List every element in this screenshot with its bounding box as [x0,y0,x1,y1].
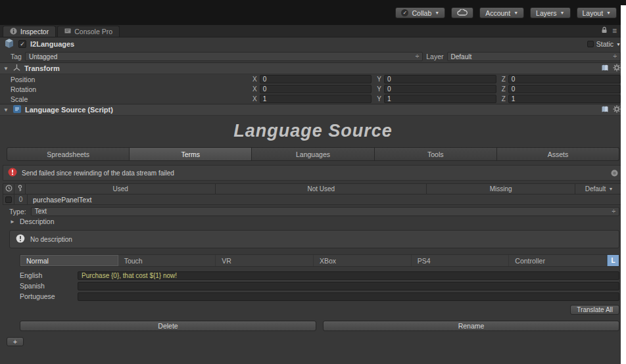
key-filter-button[interactable] [14,184,26,194]
gear-icon[interactable] [613,105,621,114]
layers-button[interactable]: Layers ▼ [530,7,570,18]
platform-tab-normal[interactable]: Normal [20,255,118,266]
tab-languages[interactable]: Languages [252,147,374,161]
inspector-panel: ✓ I2Languages Static ▼ Tag Untagged ÷ La… [0,37,626,364]
account-label: Account [485,9,510,17]
delete-button[interactable]: Delete [20,321,316,331]
english-text-field[interactable]: Purchase {0}, that cost ${1} now! [78,271,619,280]
type-row: Type: Text ÷ [0,205,626,216]
platform-tab-ps4[interactable]: PS4 [412,255,510,266]
scale-x-field[interactable]: 1 [260,95,372,103]
spanish-text-field[interactable] [78,282,619,290]
rotation-y-field[interactable]: 0 [384,85,496,93]
scale-fields: X 1 Y 1 Z 1 [253,95,626,103]
dropdown-arrow-icon: ÷ [416,54,420,59]
tab-spreadsheets[interactable]: Spreadsheets [7,147,130,161]
z-label: Z [502,95,506,102]
rename-button[interactable]: Rename [323,321,619,331]
scale-row: Scale X 1 Y 1 Z 1 [0,94,626,104]
gear-icon[interactable] [613,64,621,73]
type-dropdown[interactable]: Text ÷ [31,207,619,216]
scale-y-field[interactable]: 1 [384,95,496,103]
position-x-field[interactable]: 0 [260,75,372,83]
cube-icon [4,38,14,50]
gameobject-name[interactable]: I2Languages [30,40,74,48]
account-button[interactable]: Account ▼ [479,7,524,18]
language-toggle-button[interactable]: L [607,255,619,266]
transform-icon [12,64,21,74]
layout-label: Layout [583,9,604,17]
chevron-down-icon: ▼ [608,187,613,191]
platform-tab-vr[interactable]: VR [216,255,314,266]
term-name[interactable]: purchasePanelText [28,196,91,204]
rotation-label: Rotation [11,85,253,93]
tab-assets[interactable]: Assets [497,147,619,161]
translate-row: Translate All [0,305,626,315]
portuguese-text-field[interactable] [78,292,619,301]
term-row[interactable]: 0 purchasePanelText [3,194,623,205]
lock-icon[interactable] [601,26,608,35]
platform-tab-controller[interactable]: Controller [509,255,607,266]
tab-console-pro[interactable]: Console Pro [57,26,120,37]
tab-inspector[interactable]: Inspector [3,26,56,37]
filter-used-button[interactable]: Used [26,184,216,194]
language-label: Spanish [20,282,78,290]
rotation-x: X 0 [253,85,372,93]
static-checkbox[interactable] [587,41,594,47]
translate-all-button[interactable]: Translate All [570,305,619,315]
cloud-button[interactable] [451,7,473,18]
transform-title: Transform [24,64,60,72]
x-label: X [253,76,257,83]
tab-tools[interactable]: Tools [375,147,497,161]
no-description-text: No description [30,236,72,243]
add-term-button[interactable]: + [7,337,24,346]
position-row: Position X 0 Y 0 Z 0 [0,74,626,84]
language-row-english: English Purchase {0}, that cost ${1} now… [0,270,626,281]
tag-dropdown[interactable]: Untagged ÷ [25,52,423,61]
foldout-icon[interactable]: ▼ [3,66,9,72]
rotation-z-field[interactable]: 0 [508,85,621,93]
tab-terms[interactable]: Terms [130,147,252,161]
term-checkbox[interactable] [5,196,12,203]
platform-tabs: Normal Touch VR XBox PS4 Controller L [20,254,619,267]
history-filter-button[interactable] [3,184,14,194]
language-source-header-controls [601,105,621,114]
help-book-icon[interactable] [601,64,609,73]
platform-tab-xbox[interactable]: XBox [314,255,412,266]
main-toolbar: ✓ Collab ▼ Account ▼ Layers ▼ Layout ▼ [0,0,626,25]
type-value: Text [35,208,47,215]
scale-label: Scale [11,95,253,103]
position-z-field[interactable]: 0 [508,75,621,83]
term-checkbox-cell [3,194,14,204]
filter-missing-button[interactable]: Missing [427,184,575,194]
filter-not-used-button[interactable]: Not Used [216,184,427,194]
layout-button[interactable]: Layout ▼ [577,7,617,18]
chevron-down-icon: ▼ [616,42,621,47]
active-checkbox[interactable]: ✓ [18,40,26,48]
scale-x-value: 1 [263,95,267,102]
position-z: Z 0 [502,75,621,83]
error-bar: Send failed since rewinding of the data … [3,165,623,181]
term-list-header: Used Not Used Missing Default ▼ [3,183,623,194]
main-tabs: Spreadsheets Terms Languages Tools Asset… [7,147,619,161]
rotation-y: Y 0 [377,85,496,93]
static-toggle[interactable]: Static ▼ [587,40,621,48]
chevron-down-icon: ▼ [606,11,611,15]
default-language-dropdown[interactable]: Default ▼ [575,184,623,194]
layer-dropdown[interactable]: Default ÷ [447,52,621,61]
collab-button[interactable]: ✓ Collab ▼ [395,7,445,18]
term-action-row: Delete Rename [20,321,619,331]
foldout-icon[interactable]: ▼ [3,107,9,113]
position-y-field[interactable]: 0 [384,75,496,83]
platform-tab-touch[interactable]: Touch [118,255,216,266]
description-foldout[interactable]: ► Description [0,216,626,227]
dismiss-icon[interactable] [611,170,618,177]
scale-z-field[interactable]: 1 [508,95,621,103]
rotation-x-field[interactable]: 0 [260,85,372,93]
context-menu-icon[interactable]: ≡ [612,28,617,34]
tag-value: Untagged [29,53,57,60]
help-book-icon[interactable] [601,105,609,114]
chevron-down-icon: ▼ [435,11,439,15]
clock-icon [5,185,12,193]
transform-header: ▼ Transform [0,62,626,74]
